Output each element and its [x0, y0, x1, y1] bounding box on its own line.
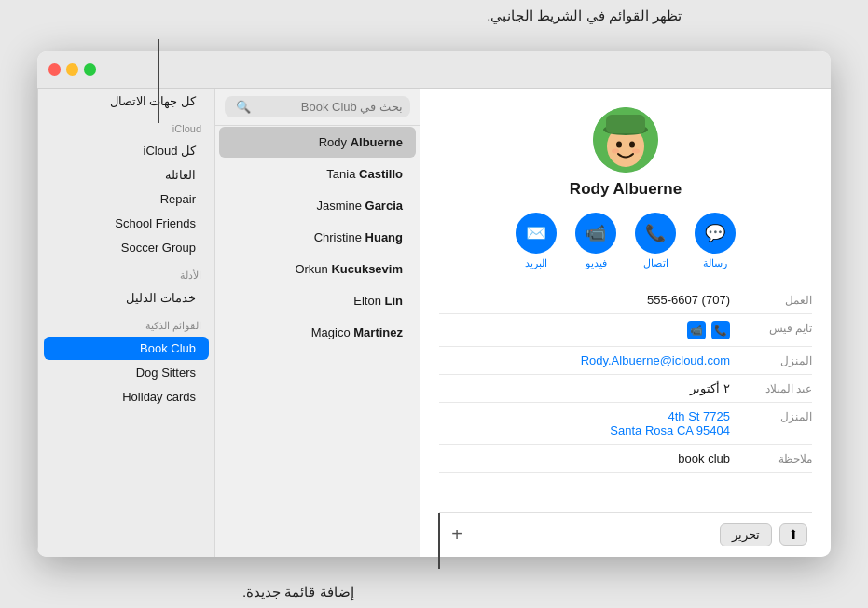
- contact-last-name: Castillo: [359, 167, 403, 181]
- field-label: العمل: [737, 293, 812, 307]
- svg-rect-3: [606, 115, 645, 133]
- field-facetime-icons: 📞 📹: [687, 321, 730, 339]
- svg-point-5: [629, 142, 635, 148]
- contacts-list: Rody AlbuerneTania CastilloJasmine Garci…: [215, 126, 420, 557]
- mail-button[interactable]: ✉️ البريد: [516, 213, 557, 269]
- callout-line-top: [158, 39, 159, 123]
- avatar: [593, 107, 658, 173]
- field-row: العمل (707) 555-6607: [439, 286, 812, 314]
- sidebar-item-[interactable]: العائلة: [44, 163, 209, 187]
- detail-bottom-bar: ⬆ تحرير +: [439, 512, 812, 557]
- titlebar: [37, 51, 831, 89]
- search-bar: 🔍: [215, 89, 420, 126]
- share-button[interactable]: ⬆: [779, 523, 807, 546]
- contact-list-item[interactable]: Orkun Kucuksevim: [219, 254, 416, 284]
- field-row: المنزل Rody.Albuerne@icloud.com: [439, 347, 812, 375]
- field-row: تايم فيس 📞 📹: [439, 314, 812, 347]
- contact-first-name: Magico: [311, 325, 354, 339]
- field-row: المنزل 7725 4th StSanta Rosa CA 95404: [439, 403, 812, 445]
- message-button-label: رسالة: [703, 257, 727, 269]
- detail-pane: Rody Albuerne 💬 رسالة 📞 اتصال 📹 فيديو ✉️…: [420, 89, 831, 557]
- contact-last-name: Martinez: [353, 325, 403, 339]
- field-row: ملاحظة book club: [439, 445, 812, 473]
- field-row: عيد الميلاد ٢ أكتوبر: [439, 375, 812, 403]
- contact-last-name: Albuerne: [351, 135, 403, 149]
- top-callout: تظهر القوائم في الشريط الجانبي.: [487, 7, 682, 24]
- sidebar-item-repair[interactable]: Repair: [44, 187, 209, 211]
- minimize-button[interactable]: [66, 63, 78, 76]
- contact-name: Rody Albuerne: [570, 180, 682, 199]
- contact-list-item[interactable]: Christine Huang: [219, 222, 416, 253]
- contacts-list-pane: 🔍 Rody AlbuerneTania CastilloJasmine Gar…: [214, 89, 420, 557]
- sidebar-item--[interactable]: خدمات الدليل: [44, 286, 209, 310]
- contact-list-item[interactable]: Tania Castillo: [219, 159, 416, 189]
- contact-last-name: Lin: [385, 294, 404, 308]
- contact-first-name: Elton: [353, 294, 384, 308]
- video-button-icon: 📹: [575, 213, 616, 254]
- action-buttons: 💬 رسالة 📞 اتصال 📹 فيديو ✉️ البريد: [439, 213, 812, 269]
- video-icon-btn[interactable]: 📹: [687, 321, 706, 339]
- contact-header: Rody Albuerne: [439, 107, 812, 199]
- field-value: book club: [439, 451, 730, 465]
- sidebar-item-all-contacts[interactable]: كل جهات الاتصال: [44, 90, 209, 113]
- contact-last-name: Garcia: [365, 199, 403, 213]
- contact-first-name: Tania: [326, 167, 359, 181]
- bottom-left-buttons: ⬆ تحرير: [720, 523, 807, 546]
- bottom-callout: إضافة قائمة جديدة.: [242, 584, 354, 601]
- sidebar-item--icloud[interactable]: كل iCloud: [44, 139, 209, 162]
- contact-list-item[interactable]: Magico Martinez: [219, 317, 416, 348]
- search-icon: 🔍: [236, 100, 251, 114]
- sidebar-pane: كل جهات الاتصالiCloudكل iCloudالعائلةRep…: [37, 89, 214, 557]
- contact-first-name: Jasmine: [316, 199, 365, 213]
- call-button-icon: 📞: [635, 213, 676, 254]
- field-value[interactable]: 7725 4th StSanta Rosa CA 95404: [439, 409, 730, 437]
- field-value: ٢ أكتوبر: [439, 381, 730, 395]
- video-button[interactable]: 📹 فيديو: [575, 213, 616, 269]
- contact-first-name: Orkun: [295, 262, 331, 276]
- mail-button-label: البريد: [525, 257, 547, 269]
- sidebar-item-dog-sitters[interactable]: Dog Sitters: [44, 361, 209, 384]
- call-button[interactable]: 📞 اتصال: [635, 213, 676, 269]
- field-value[interactable]: Rody.Albuerne@icloud.com: [439, 353, 730, 367]
- svg-point-7: [632, 149, 640, 154]
- sidebar-section-header: القوائم الذكية: [38, 311, 214, 336]
- contact-list-item[interactable]: Jasmine Garcia: [219, 190, 416, 221]
- close-button[interactable]: [48, 63, 61, 76]
- message-button[interactable]: 💬 رسالة: [695, 213, 736, 269]
- search-wrapper: 🔍: [225, 96, 410, 117]
- field-label: تايم فيس: [737, 321, 812, 335]
- contact-fields: العمل (707) 555-6607 تايم فيس 📞 📹 المنزل…: [439, 286, 812, 512]
- svg-point-4: [616, 142, 622, 148]
- contact-first-name: Christine: [314, 230, 365, 244]
- message-button-icon: 💬: [695, 213, 736, 254]
- call-button-label: اتصال: [643, 257, 668, 269]
- field-label: المنزل: [737, 409, 812, 423]
- window-body: Rody Albuerne 💬 رسالة 📞 اتصال 📹 فيديو ✉️…: [37, 89, 831, 557]
- contact-last-name: Kucuksevim: [331, 262, 403, 276]
- add-button[interactable]: +: [444, 522, 470, 548]
- sidebar-section-header: iCloud: [38, 114, 214, 138]
- callout-line-bottom: [438, 513, 440, 569]
- search-input[interactable]: [251, 100, 403, 114]
- field-value: (707) 555-6607: [439, 293, 730, 307]
- video-button-label: فيديو: [586, 257, 607, 269]
- contact-list-item[interactable]: Elton Lin: [219, 285, 416, 316]
- contact-last-name: Huang: [365, 230, 403, 244]
- field-label: المنزل: [737, 353, 812, 367]
- contact-first-name: Rody: [319, 135, 351, 149]
- sidebar-item-school-friends[interactable]: School Friends: [44, 212, 209, 235]
- maximize-button[interactable]: [84, 63, 96, 76]
- traffic-lights: [48, 63, 96, 76]
- field-label: ملاحظة: [737, 451, 812, 465]
- edit-button[interactable]: تحرير: [720, 523, 772, 546]
- contact-list-item[interactable]: Rody Albuerne: [219, 127, 416, 158]
- sidebar-item-soccer-group[interactable]: Soccer Group: [44, 236, 209, 259]
- phone-icon-btn[interactable]: 📞: [711, 321, 730, 339]
- field-label: عيد الميلاد: [737, 381, 812, 395]
- svg-point-6: [612, 149, 619, 154]
- sidebar-section-header: الأدلة: [38, 260, 214, 285]
- app-window: Rody Albuerne 💬 رسالة 📞 اتصال 📹 فيديو ✉️…: [37, 51, 831, 557]
- sidebar-item-book-club[interactable]: Book Club: [44, 337, 209, 360]
- sidebar-item-holiday-cards[interactable]: Holiday cards: [44, 385, 209, 408]
- mail-button-icon: ✉️: [516, 213, 557, 254]
